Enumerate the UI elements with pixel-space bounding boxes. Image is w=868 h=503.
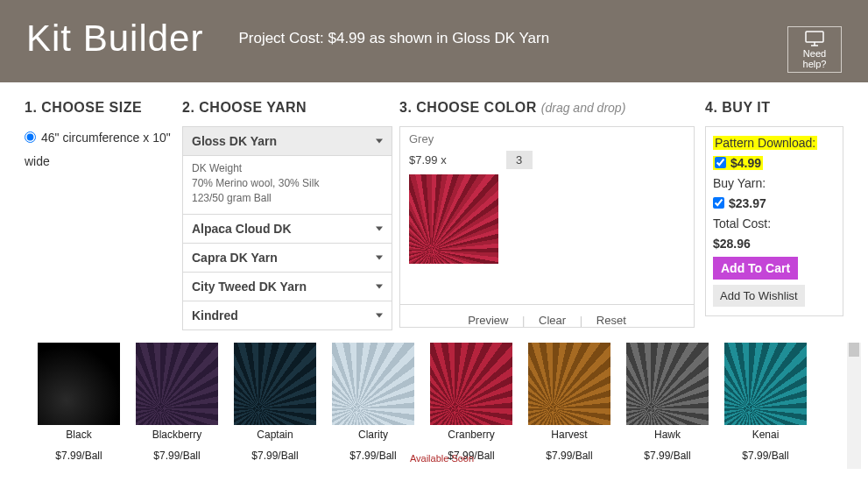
size-option[interactable]: 46" circumference x 10" wide — [25, 131, 171, 168]
yarn-option[interactable]: City Tweed DK Yarn — [183, 273, 392, 301]
yarn-option[interactable]: Capra DK Yarn — [183, 244, 392, 273]
palette-name: Kenai — [722, 429, 809, 441]
palette-swatch[interactable] — [626, 343, 709, 425]
yarn-option[interactable]: Kindred — [183, 301, 392, 329]
total-cost-label: Total Cost: — [713, 216, 836, 230]
palette-swatch[interactable] — [528, 343, 610, 425]
add-to-cart-button[interactable]: Add To Cart — [713, 257, 798, 280]
available-soon-label: Available Soon — [410, 453, 474, 464]
chevron-down-icon — [376, 227, 383, 231]
chevron-down-icon — [376, 285, 383, 289]
page-title: Kit Builder — [26, 18, 203, 60]
project-cost: Project Cost: $4.99 as shown in Gloss DK… — [238, 30, 549, 47]
yarn-checkbox[interactable] — [713, 197, 724, 209]
palette-item[interactable]: Harvest$7.99/Ball — [526, 343, 613, 462]
palette-name: Hawk — [624, 429, 711, 441]
size-heading: 1. CHOOSE SIZE — [25, 100, 175, 116]
palette-swatch[interactable] — [136, 343, 218, 425]
chevron-down-icon — [376, 139, 383, 144]
buy-panel: Pattern Download: $4.99 Buy Yarn: $23.97… — [705, 126, 843, 316]
scroll-thumb[interactable] — [849, 343, 859, 357]
selected-color-name: Grey — [409, 132, 685, 145]
chevron-down-icon — [376, 256, 383, 260]
palette-swatch[interactable] — [332, 343, 414, 425]
palette-name: Harvest — [526, 429, 613, 441]
palette-price: $7.99/Ball — [231, 450, 319, 462]
palette-price: $7.99/Ball — [526, 450, 613, 462]
chevron-down-icon — [376, 314, 383, 318]
clear-link[interactable]: Clear — [539, 314, 566, 327]
palette-swatch[interactable] — [234, 343, 316, 425]
selected-swatch[interactable] — [409, 174, 498, 264]
yarn-panel: Gloss DK Yarn DK Weight 70% Merino wool,… — [182, 126, 392, 330]
palette-name: Captain — [231, 429, 319, 441]
size-column: 1. CHOOSE SIZE 46" circumference x 10" w… — [25, 100, 175, 330]
yarn-column: 2. CHOOSE YARN Gloss DK Yarn DK Weight 7… — [182, 100, 392, 330]
reset-link[interactable]: Reset — [596, 314, 626, 327]
help-button[interactable]: Need help? — [787, 26, 842, 73]
palette-name: Blackberry — [133, 429, 221, 441]
palette-item[interactable]: Clarity$7.99/Ball — [329, 343, 417, 462]
palette-price: $7.99/Ball — [722, 450, 809, 462]
palette-scrollbar[interactable] — [847, 343, 861, 469]
buy-yarn-label: Buy Yarn: — [713, 176, 836, 190]
size-radio[interactable] — [25, 131, 36, 143]
palette-name: Clarity — [329, 429, 417, 441]
header: Kit Builder Project Cost: $4.99 as shown… — [0, 0, 868, 82]
help-label: Need help? — [803, 48, 827, 69]
palette-price: $7.99/Ball — [624, 450, 711, 462]
add-to-wishlist-button[interactable]: Add To Wishlist — [713, 285, 805, 307]
palette-price: $7.99/Ball — [35, 450, 123, 462]
svg-rect-0 — [806, 32, 823, 42]
unit-price-label: $7.99 x — [409, 153, 447, 166]
color-heading: 3. CHOOSE COLOR (drag and drop) — [399, 100, 695, 116]
palette-item[interactable]: Cranberry$7.99/Ball — [427, 343, 515, 462]
buy-heading: 4. BUY IT — [705, 100, 843, 116]
palette-swatch[interactable] — [430, 343, 512, 425]
yarn-option-selected[interactable]: Gloss DK Yarn — [183, 127, 392, 156]
palette-item[interactable]: Captain$7.99/Ball — [231, 343, 319, 462]
preview-link[interactable]: Preview — [468, 314, 508, 327]
palette-swatch[interactable] — [724, 343, 807, 425]
quantity-box[interactable]: 3 — [506, 151, 533, 169]
color-panel: Grey $7.99 x 3 Preview | Clear | Reset — [399, 126, 695, 328]
yarn-price: $23.97 — [729, 196, 766, 210]
palette-item[interactable]: Blackberry$7.99/Ball — [133, 343, 221, 462]
pattern-download-label: Pattern Download: — [713, 136, 817, 150]
color-column: 3. CHOOSE COLOR (drag and drop) Grey $7.… — [399, 100, 695, 330]
palette-grid: Black$7.99/BallBlackberry$7.99/BallCapta… — [35, 343, 849, 462]
yarn-heading: 2. CHOOSE YARN — [182, 100, 392, 116]
palette-item[interactable]: Black$7.99/Ball — [35, 343, 123, 462]
monitor-icon — [804, 31, 825, 46]
buy-column: 4. BUY IT Pattern Download: $4.99 Buy Ya… — [705, 100, 843, 330]
color-actions: Preview | Clear | Reset — [400, 304, 694, 336]
palette-strip: Black$7.99/BallBlackberry$7.99/BallCapta… — [35, 343, 849, 462]
pattern-price: $4.99 — [730, 156, 761, 170]
main: 1. CHOOSE SIZE 46" circumference x 10" w… — [0, 82, 868, 330]
palette-item[interactable]: Hawk$7.99/Ball — [624, 343, 711, 462]
palette-price: $7.99/Ball — [329, 450, 417, 462]
yarn-option[interactable]: Alpaca Cloud DK — [183, 215, 392, 244]
total-cost: $28.96 — [713, 237, 836, 251]
palette-swatch[interactable] — [38, 343, 120, 425]
palette-name: Black — [35, 429, 123, 441]
palette-price: $7.99/Ball — [133, 450, 221, 462]
pattern-checkbox[interactable] — [715, 157, 726, 168]
palette-item[interactable]: Kenai$7.99/Ball — [722, 343, 809, 462]
yarn-details: DK Weight 70% Merino wool, 30% Silk 123/… — [183, 156, 392, 215]
palette-name: Cranberry — [427, 429, 515, 441]
